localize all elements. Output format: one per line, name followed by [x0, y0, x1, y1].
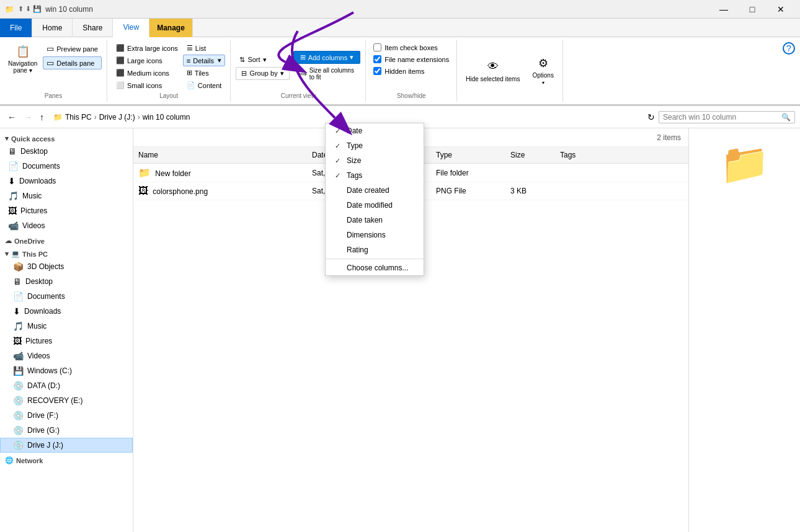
col-header-name[interactable]: Name — [133, 149, 307, 161]
windows-c-icon: 💾 — [13, 366, 24, 376]
drive-f-icon: 💿 — [13, 410, 24, 420]
dropdown-item-date-taken[interactable]: Date taken — [326, 213, 424, 228]
hide-selected-button[interactable]: 👁 Hide selected items — [462, 57, 523, 85]
dropdown-item-date[interactable]: ✓ Date — [326, 123, 424, 138]
tab-home[interactable]: Home — [32, 19, 73, 37]
sidebar-item-music-qa[interactable]: 🎵 Music — [0, 188, 133, 203]
item-checkboxes-check[interactable]: Item check boxes — [371, 42, 440, 53]
dropdown-item-size[interactable]: ✓ Size — [326, 153, 424, 168]
sidebar-item-desktop-pc[interactable]: 🖥 Desktop — [0, 274, 133, 289]
size-to-fit-button[interactable]: ⟺ Size all columnsto fit — [293, 65, 361, 82]
group-by-button[interactable]: ⊟ Group by ▾ — [236, 67, 289, 80]
quick-access-section[interactable]: ▾ Quick access — [0, 131, 133, 144]
details-button[interactable]: ≡ Details ▾ — [183, 55, 226, 66]
sidebar-item-recovery-e[interactable]: 💿 RECOVERY (E:) — [0, 393, 133, 408]
hidden-items-check[interactable]: Hidden items — [371, 66, 427, 76]
sidebar-item-videos-qa[interactable]: 📹 Videos — [0, 218, 133, 233]
sidebar-item-downloads-pc[interactable]: ⬇ Downloads — [0, 304, 133, 319]
file-tags-cell — [555, 172, 648, 174]
chevron-down-icon: ▾ — [5, 135, 9, 143]
videos-pc-icon: 📹 — [13, 351, 24, 361]
dropdown-dimensions-label: Dimensions — [347, 231, 386, 239]
col-header-size[interactable]: Size — [505, 149, 555, 161]
sidebar-item-drive-f[interactable]: 💿 Drive (F:) — [0, 408, 133, 423]
refresh-button[interactable]: ↻ — [646, 111, 656, 123]
item-checkboxes-input[interactable] — [373, 43, 381, 51]
ribbon-group-current-view: ⇅ Sort ▾ ⊟ Group by ▾ ⊞ Add columns ▾ — [231, 40, 366, 102]
file-extensions-input[interactable] — [373, 55, 381, 63]
maximize-button[interactable]: □ — [738, 0, 767, 19]
navigation-pane-icon: 📋 — [16, 44, 30, 59]
search-input[interactable] — [663, 113, 779, 122]
sidebar-item-3dobjects[interactable]: 📦 3D Objects — [0, 259, 133, 274]
dropdown-item-choose-columns[interactable]: Choose columns... — [326, 260, 424, 275]
up-button[interactable]: ↑ — [37, 110, 47, 125]
sidebar-item-windows-c[interactable]: 💾 Windows (C:) — [0, 363, 133, 378]
add-columns-button[interactable]: ⊞ Add columns ▾ — [293, 51, 361, 64]
col-header-tags[interactable]: Tags — [555, 149, 648, 161]
sidebar-item-downloads-qa[interactable]: ⬇ Downloads — [0, 174, 133, 188]
title-bar-left: 📁 ⬆ ⬇ 💾 win 10 column — [5, 5, 93, 14]
col-header-type[interactable]: Type — [431, 149, 505, 161]
details-pane-label: Details pane — [56, 60, 94, 67]
file-name-cell: 🖼 colorsphone.png — [133, 184, 307, 198]
sidebar-item-drive-j[interactable]: 💿 Drive J (J:) — [0, 438, 133, 453]
sidebar-item-videos-pc[interactable]: 📹 Videos — [0, 348, 133, 363]
tab-manage[interactable]: Manage — [149, 19, 193, 37]
file-name: New folder — [155, 169, 190, 178]
help-button[interactable]: ? — [783, 42, 795, 55]
file-type-cell: File folder — [431, 167, 505, 179]
thispc-section[interactable]: ▾ 💻 This PC — [0, 246, 133, 259]
dropdown-item-tags[interactable]: ✓ Tags — [326, 168, 424, 183]
dropdown-item-rating[interactable]: Rating — [326, 242, 424, 257]
small-icons-button[interactable]: ⬜ Small icons — [112, 79, 182, 91]
large-icons-button[interactable]: ⬛ Large icons — [112, 55, 182, 66]
tab-view[interactable]: View — [113, 19, 149, 37]
network-section[interactable]: 🌐 Network — [0, 453, 133, 466]
preview-pane-button[interactable]: ▭ Preview pane — [43, 42, 102, 55]
documents-label: Documents — [22, 162, 60, 171]
tiles-button[interactable]: ⊞ Tiles — [183, 67, 226, 79]
current-view-items: ⇅ Sort ▾ ⊟ Group by ▾ ⊞ Add columns ▾ — [236, 42, 360, 91]
music-icon: 🎵 — [8, 191, 19, 201]
sidebar-item-documents-pc[interactable]: 📄 Documents — [0, 289, 133, 304]
back-button[interactable]: ← — [5, 110, 19, 125]
content-button[interactable]: 📄 Content — [183, 79, 226, 91]
sidebar-item-music-pc[interactable]: 🎵 Music — [0, 319, 133, 334]
onedrive-section[interactable]: ☁ OneDrive — [0, 233, 133, 246]
forward-button[interactable]: → — [21, 110, 35, 125]
dropdown-item-date-modified[interactable]: Date modified — [326, 198, 424, 213]
medium-icons-button[interactable]: ⬛ Medium icons — [112, 67, 182, 79]
hidden-items-input[interactable] — [373, 67, 381, 75]
sidebar-item-pictures-qa[interactable]: 🖼 Pictures — [0, 203, 133, 218]
show-hide-items: Item check boxes File name extensions Hi… — [371, 42, 451, 91]
downloads-label: Downloads — [19, 177, 56, 185]
sidebar-item-documents-qa[interactable]: 📄 Documents — [0, 159, 133, 174]
tab-share[interactable]: Share — [73, 19, 113, 37]
sidebar-item-drive-g[interactable]: 💿 Drive (G:) — [0, 423, 133, 438]
list-button[interactable]: ☰ List — [183, 42, 226, 54]
thispc-chevron-icon: ▾ — [5, 250, 9, 258]
sidebar-item-data-d[interactable]: 💿 DATA (D:) — [0, 378, 133, 393]
breadcrumb[interactable]: 📁 This PC › Drive J (J:) › win 10 column — [49, 111, 644, 123]
options-button[interactable]: ⚙ Options ▾ — [528, 53, 557, 88]
breadcrumb-thispc: This PC — [65, 113, 92, 122]
navigation-pane-button[interactable]: 📋 Navigationpane ▾ — [5, 42, 40, 76]
tab-file[interactable]: File — [0, 19, 32, 37]
sort-button[interactable]: ⇅ Sort ▾ — [236, 54, 289, 66]
details-pane-button[interactable]: ▭ Details pane — [43, 56, 102, 69]
sidebar-item-desktop-qa[interactable]: 🖥 Desktop — [0, 144, 133, 159]
dropdown-size-label: Size — [347, 156, 361, 165]
close-button[interactable]: ✕ — [767, 0, 795, 19]
dropdown-item-type[interactable]: ✓ Type — [326, 138, 424, 153]
minimize-button[interactable]: — — [709, 0, 738, 19]
dropdown-item-date-created[interactable]: Date created — [326, 183, 424, 198]
file-extensions-check[interactable]: File name extensions — [371, 54, 451, 64]
dropdown-item-dimensions[interactable]: Dimensions — [326, 228, 424, 242]
documents-icon: 📄 — [8, 161, 19, 171]
sidebar-item-pictures-pc[interactable]: 🖼 Pictures — [0, 334, 133, 348]
small-icon: ⬜ — [116, 81, 125, 89]
ribbon-tabs: File Home Share View Manage — [0, 19, 800, 37]
extra-large-icons-button[interactable]: ⬛ Extra large icons — [112, 42, 182, 54]
check-type: ✓ — [333, 142, 342, 150]
